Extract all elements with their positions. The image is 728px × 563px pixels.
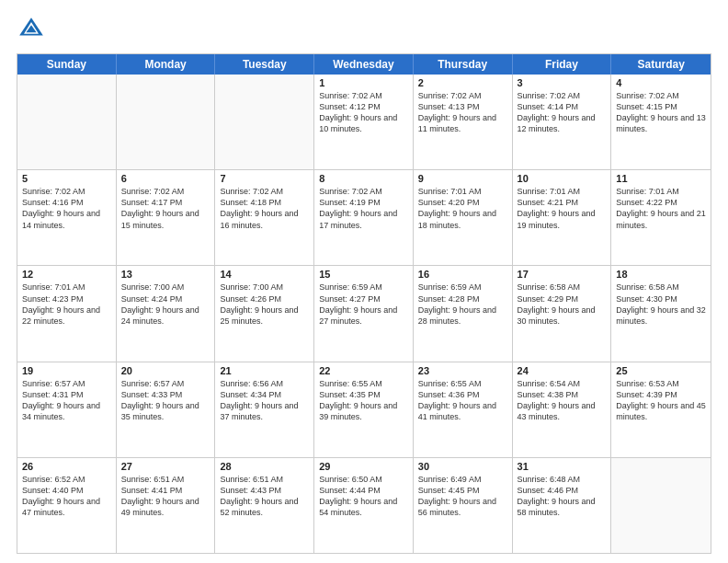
day-number: 24 — [518, 365, 607, 376]
header-day-saturday: Saturday — [611, 54, 711, 75]
cell-info: Sunrise: 7:00 AM Sunset: 4:26 PM Dayligh… — [220, 282, 309, 327]
day-number: 4 — [616, 77, 706, 88]
cell-info: Sunrise: 7:02 AM Sunset: 4:14 PM Dayligh… — [518, 90, 607, 135]
day-cell-5: 5Sunrise: 7:02 AM Sunset: 4:16 PM Daylig… — [17, 170, 117, 265]
day-number: 26 — [22, 461, 111, 472]
empty-cell-0-1 — [117, 75, 216, 169]
page: SundayMondayTuesdayWednesdayThursdayFrid… — [0, 0, 728, 563]
day-number: 21 — [220, 365, 309, 376]
cell-info: Sunrise: 6:52 AM Sunset: 4:40 PM Dayligh… — [22, 474, 111, 519]
cell-info: Sunrise: 7:02 AM Sunset: 4:12 PM Dayligh… — [319, 90, 408, 135]
day-cell-16: 16Sunrise: 6:59 AM Sunset: 4:28 PM Dayli… — [414, 266, 513, 361]
day-cell-27: 27Sunrise: 6:51 AM Sunset: 4:41 PM Dayli… — [117, 458, 216, 553]
header-day-sunday: Sunday — [17, 54, 117, 75]
calendar-row-0: 1Sunrise: 7:02 AM Sunset: 4:12 PM Daylig… — [17, 75, 711, 169]
cell-info: Sunrise: 7:01 AM Sunset: 4:20 PM Dayligh… — [418, 186, 507, 231]
cell-info: Sunrise: 7:02 AM Sunset: 4:16 PM Dayligh… — [22, 186, 111, 231]
day-cell-18: 18Sunrise: 6:58 AM Sunset: 4:30 PM Dayli… — [611, 266, 711, 361]
day-cell-25: 25Sunrise: 6:53 AM Sunset: 4:39 PM Dayli… — [611, 362, 711, 457]
calendar-header: SundayMondayTuesdayWednesdayThursdayFrid… — [17, 54, 711, 75]
cell-info: Sunrise: 7:02 AM Sunset: 4:19 PM Dayligh… — [319, 186, 408, 231]
cell-info: Sunrise: 6:51 AM Sunset: 4:41 PM Dayligh… — [121, 474, 210, 519]
day-cell-20: 20Sunrise: 6:57 AM Sunset: 4:33 PM Dayli… — [117, 362, 216, 457]
day-cell-28: 28Sunrise: 6:51 AM Sunset: 4:43 PM Dayli… — [215, 458, 314, 553]
cell-info: Sunrise: 6:51 AM Sunset: 4:43 PM Dayligh… — [220, 474, 309, 519]
day-cell-15: 15Sunrise: 6:59 AM Sunset: 4:27 PM Dayli… — [314, 266, 414, 361]
day-cell-13: 13Sunrise: 7:00 AM Sunset: 4:24 PM Dayli… — [117, 266, 216, 361]
cell-info: Sunrise: 6:58 AM Sunset: 4:30 PM Dayligh… — [616, 282, 706, 327]
cell-info: Sunrise: 7:02 AM Sunset: 4:17 PM Dayligh… — [121, 186, 210, 231]
empty-cell-0-2 — [215, 75, 314, 169]
header-day-wednesday: Wednesday — [314, 54, 414, 75]
cell-info: Sunrise: 6:50 AM Sunset: 4:44 PM Dayligh… — [319, 474, 408, 519]
day-cell-1: 1Sunrise: 7:02 AM Sunset: 4:12 PM Daylig… — [314, 75, 414, 169]
cell-info: Sunrise: 7:01 AM Sunset: 4:22 PM Dayligh… — [616, 186, 706, 231]
day-number: 22 — [319, 365, 408, 376]
cell-info: Sunrise: 6:59 AM Sunset: 4:27 PM Dayligh… — [319, 282, 408, 327]
day-number: 23 — [418, 365, 507, 376]
day-cell-21: 21Sunrise: 6:56 AM Sunset: 4:34 PM Dayli… — [215, 362, 314, 457]
cell-info: Sunrise: 6:53 AM Sunset: 4:39 PM Dayligh… — [616, 378, 706, 423]
day-cell-14: 14Sunrise: 7:00 AM Sunset: 4:26 PM Dayli… — [215, 266, 314, 361]
day-cell-31: 31Sunrise: 6:48 AM Sunset: 4:46 PM Dayli… — [513, 458, 612, 553]
day-cell-24: 24Sunrise: 6:54 AM Sunset: 4:38 PM Dayli… — [513, 362, 612, 457]
day-number: 30 — [418, 461, 507, 472]
calendar: SundayMondayTuesdayWednesdayThursdayFrid… — [17, 53, 711, 554]
day-cell-9: 9Sunrise: 7:01 AM Sunset: 4:20 PM Daylig… — [414, 170, 513, 265]
cell-info: Sunrise: 6:55 AM Sunset: 4:35 PM Dayligh… — [319, 378, 408, 423]
day-cell-4: 4Sunrise: 7:02 AM Sunset: 4:15 PM Daylig… — [611, 75, 711, 169]
header-day-tuesday: Tuesday — [215, 54, 314, 75]
day-number: 27 — [121, 461, 210, 472]
day-number: 18 — [616, 269, 706, 280]
cell-info: Sunrise: 7:02 AM Sunset: 4:18 PM Dayligh… — [220, 186, 309, 231]
day-number: 15 — [319, 269, 408, 280]
day-cell-19: 19Sunrise: 6:57 AM Sunset: 4:31 PM Dayli… — [17, 362, 117, 457]
cell-info: Sunrise: 6:54 AM Sunset: 4:38 PM Dayligh… — [518, 378, 607, 423]
day-number: 5 — [22, 173, 111, 184]
day-number: 25 — [616, 365, 706, 376]
header-day-monday: Monday — [117, 54, 216, 75]
day-number: 6 — [121, 173, 210, 184]
cell-info: Sunrise: 6:55 AM Sunset: 4:36 PM Dayligh… — [418, 378, 507, 423]
day-cell-17: 17Sunrise: 6:58 AM Sunset: 4:29 PM Dayli… — [513, 266, 612, 361]
cell-info: Sunrise: 6:48 AM Sunset: 4:46 PM Dayligh… — [518, 474, 607, 519]
cell-info: Sunrise: 7:02 AM Sunset: 4:15 PM Dayligh… — [616, 90, 706, 135]
day-number: 1 — [319, 77, 408, 88]
day-cell-12: 12Sunrise: 7:01 AM Sunset: 4:23 PM Dayli… — [17, 266, 117, 361]
cell-info: Sunrise: 6:57 AM Sunset: 4:31 PM Dayligh… — [22, 378, 111, 423]
day-number: 7 — [220, 173, 309, 184]
cell-info: Sunrise: 6:59 AM Sunset: 4:28 PM Dayligh… — [418, 282, 507, 327]
day-cell-10: 10Sunrise: 7:01 AM Sunset: 4:21 PM Dayli… — [513, 170, 612, 265]
day-cell-29: 29Sunrise: 6:50 AM Sunset: 4:44 PM Dayli… — [314, 458, 414, 553]
cell-info: Sunrise: 6:56 AM Sunset: 4:34 PM Dayligh… — [220, 378, 309, 423]
cell-info: Sunrise: 7:00 AM Sunset: 4:24 PM Dayligh… — [121, 282, 210, 327]
day-number: 13 — [121, 269, 210, 280]
day-number: 8 — [319, 173, 408, 184]
calendar-row-3: 19Sunrise: 6:57 AM Sunset: 4:31 PM Dayli… — [17, 362, 711, 457]
day-cell-11: 11Sunrise: 7:01 AM Sunset: 4:22 PM Dayli… — [611, 170, 711, 265]
day-number: 10 — [518, 173, 607, 184]
calendar-row-1: 5Sunrise: 7:02 AM Sunset: 4:16 PM Daylig… — [17, 169, 711, 265]
day-cell-26: 26Sunrise: 6:52 AM Sunset: 4:40 PM Dayli… — [17, 458, 117, 553]
day-number: 17 — [518, 269, 607, 280]
cell-info: Sunrise: 6:57 AM Sunset: 4:33 PM Dayligh… — [121, 378, 210, 423]
day-cell-3: 3Sunrise: 7:02 AM Sunset: 4:14 PM Daylig… — [513, 75, 612, 169]
day-cell-2: 2Sunrise: 7:02 AM Sunset: 4:13 PM Daylig… — [414, 75, 513, 169]
header-day-friday: Friday — [513, 54, 612, 75]
day-number: 31 — [518, 461, 607, 472]
logo — [17, 15, 50, 44]
day-number: 2 — [418, 77, 507, 88]
day-cell-30: 30Sunrise: 6:49 AM Sunset: 4:45 PM Dayli… — [414, 458, 513, 553]
day-number: 11 — [616, 173, 706, 184]
day-number: 3 — [518, 77, 607, 88]
logo-icon — [17, 15, 46, 44]
day-number: 16 — [418, 269, 507, 280]
calendar-row-4: 26Sunrise: 6:52 AM Sunset: 4:40 PM Dayli… — [17, 457, 711, 553]
header — [17, 15, 711, 44]
day-cell-22: 22Sunrise: 6:55 AM Sunset: 4:35 PM Dayli… — [314, 362, 414, 457]
day-number: 12 — [22, 269, 111, 280]
calendar-row-2: 12Sunrise: 7:01 AM Sunset: 4:23 PM Dayli… — [17, 265, 711, 361]
day-number: 19 — [22, 365, 111, 376]
cell-info: Sunrise: 6:49 AM Sunset: 4:45 PM Dayligh… — [418, 474, 507, 519]
day-number: 28 — [220, 461, 309, 472]
